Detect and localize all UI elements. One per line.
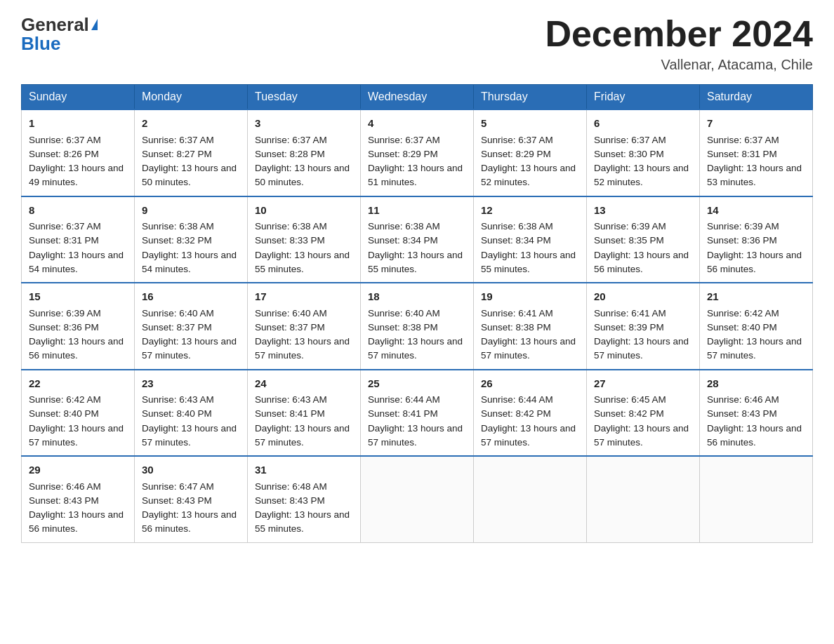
sunset-info: Sunset: 8:31 PM (29, 235, 99, 246)
calendar-cell: 17 Sunrise: 6:40 AM Sunset: 8:37 PM Dayl… (248, 283, 361, 370)
sunrise-info: Sunrise: 6:43 AM (255, 394, 327, 405)
location-subtitle: Vallenar, Atacama, Chile (545, 57, 813, 73)
sunrise-info: Sunrise: 6:41 AM (481, 308, 553, 318)
calendar-cell: 5 Sunrise: 6:37 AM Sunset: 8:29 PM Dayli… (474, 109, 587, 196)
sunset-info: Sunset: 8:27 PM (142, 149, 212, 159)
daylight-info: Daylight: 13 hours and 52 minutes. (594, 163, 689, 187)
sunrise-info: Sunrise: 6:39 AM (594, 221, 666, 232)
day-number: 11 (368, 203, 466, 219)
day-number: 9 (142, 203, 240, 219)
daylight-info: Daylight: 13 hours and 49 minutes. (29, 163, 124, 187)
day-number: 12 (481, 203, 579, 219)
calendar-cell (474, 456, 587, 542)
daylight-info: Daylight: 13 hours and 57 minutes. (255, 423, 350, 448)
sunset-info: Sunset: 8:33 PM (255, 235, 325, 246)
day-number: 14 (707, 203, 805, 219)
calendar-cell: 23 Sunrise: 6:43 AM Sunset: 8:40 PM Dayl… (135, 370, 248, 457)
day-number: 3 (255, 116, 353, 132)
day-number: 30 (142, 462, 240, 478)
daylight-info: Daylight: 13 hours and 56 minutes. (707, 250, 802, 274)
daylight-info: Daylight: 13 hours and 55 minutes. (481, 250, 576, 274)
calendar-cell: 15 Sunrise: 6:39 AM Sunset: 8:36 PM Dayl… (22, 283, 135, 370)
calendar-cell: 9 Sunrise: 6:38 AM Sunset: 8:32 PM Dayli… (135, 196, 248, 283)
sunset-info: Sunset: 8:40 PM (707, 322, 777, 333)
calendar-cell: 11 Sunrise: 6:38 AM Sunset: 8:34 PM Dayl… (361, 196, 474, 283)
daylight-info: Daylight: 13 hours and 57 minutes. (29, 423, 124, 448)
daylight-info: Daylight: 13 hours and 57 minutes. (142, 423, 237, 448)
title-area: December 2024 Vallenar, Atacama, Chile (545, 14, 813, 73)
sunset-info: Sunset: 8:35 PM (594, 235, 664, 246)
sunrise-info: Sunrise: 6:37 AM (707, 135, 779, 145)
sunrise-info: Sunrise: 6:41 AM (594, 308, 666, 318)
sunrise-info: Sunrise: 6:48 AM (255, 481, 327, 492)
calendar-cell (587, 456, 700, 542)
daylight-info: Daylight: 13 hours and 56 minutes. (707, 423, 802, 448)
daylight-info: Daylight: 13 hours and 57 minutes. (368, 423, 463, 448)
logo-blue: Blue (21, 33, 60, 55)
col-wednesday: Wednesday (361, 85, 474, 110)
calendar-cell: 8 Sunrise: 6:37 AM Sunset: 8:31 PM Dayli… (22, 196, 135, 283)
calendar-cell: 22 Sunrise: 6:42 AM Sunset: 8:40 PM Dayl… (22, 370, 135, 457)
sunrise-info: Sunrise: 6:46 AM (707, 394, 779, 405)
calendar-cell: 16 Sunrise: 6:40 AM Sunset: 8:37 PM Dayl… (135, 283, 248, 370)
calendar-week-row-2: 8 Sunrise: 6:37 AM Sunset: 8:31 PM Dayli… (22, 196, 813, 283)
sunrise-info: Sunrise: 6:40 AM (255, 308, 327, 318)
calendar-cell: 13 Sunrise: 6:39 AM Sunset: 8:35 PM Dayl… (587, 196, 700, 283)
sunset-info: Sunset: 8:37 PM (142, 322, 212, 333)
daylight-info: Daylight: 13 hours and 55 minutes. (255, 250, 350, 274)
sunset-info: Sunset: 8:38 PM (481, 322, 551, 333)
daylight-info: Daylight: 13 hours and 50 minutes. (142, 163, 237, 187)
col-sunday: Sunday (22, 85, 135, 110)
sunset-info: Sunset: 8:29 PM (481, 149, 551, 159)
sunset-info: Sunset: 8:38 PM (368, 322, 438, 333)
sunrise-info: Sunrise: 6:40 AM (142, 308, 214, 318)
sunset-info: Sunset: 8:30 PM (594, 149, 664, 159)
sunset-info: Sunset: 8:42 PM (481, 408, 551, 419)
daylight-info: Daylight: 13 hours and 56 minutes. (29, 509, 124, 534)
sunrise-info: Sunrise: 6:37 AM (594, 135, 666, 145)
sunrise-info: Sunrise: 6:39 AM (707, 221, 779, 232)
sunrise-info: Sunrise: 6:44 AM (481, 394, 553, 405)
calendar-cell: 12 Sunrise: 6:38 AM Sunset: 8:34 PM Dayl… (474, 196, 587, 283)
calendar-cell: 2 Sunrise: 6:37 AM Sunset: 8:27 PM Dayli… (135, 109, 248, 196)
daylight-info: Daylight: 13 hours and 55 minutes. (368, 250, 463, 274)
daylight-info: Daylight: 13 hours and 51 minutes. (368, 163, 463, 187)
daylight-info: Daylight: 13 hours and 54 minutes. (142, 250, 237, 274)
calendar-week-row-1: 1 Sunrise: 6:37 AM Sunset: 8:26 PM Dayli… (22, 109, 813, 196)
sunrise-info: Sunrise: 6:38 AM (142, 221, 214, 232)
sunset-info: Sunset: 8:28 PM (255, 149, 325, 159)
daylight-info: Daylight: 13 hours and 57 minutes. (481, 336, 576, 361)
sunset-info: Sunset: 8:26 PM (29, 149, 99, 159)
sunrise-info: Sunrise: 6:37 AM (29, 135, 101, 145)
sunrise-info: Sunrise: 6:37 AM (481, 135, 553, 145)
day-number: 15 (29, 289, 127, 305)
day-number: 17 (255, 289, 353, 305)
daylight-info: Daylight: 13 hours and 55 minutes. (255, 509, 350, 534)
calendar-table: Sunday Monday Tuesday Wednesday Thursday… (21, 84, 813, 543)
calendar-cell: 20 Sunrise: 6:41 AM Sunset: 8:39 PM Dayl… (587, 283, 700, 370)
day-number: 25 (368, 376, 466, 392)
sunrise-info: Sunrise: 6:42 AM (29, 394, 101, 405)
sunset-info: Sunset: 8:34 PM (481, 235, 551, 246)
day-number: 27 (594, 376, 692, 392)
sunrise-info: Sunrise: 6:38 AM (368, 221, 440, 232)
calendar-cell: 3 Sunrise: 6:37 AM Sunset: 8:28 PM Dayli… (248, 109, 361, 196)
sunrise-info: Sunrise: 6:37 AM (142, 135, 214, 145)
sunset-info: Sunset: 8:34 PM (368, 235, 438, 246)
calendar-week-row-3: 15 Sunrise: 6:39 AM Sunset: 8:36 PM Dayl… (22, 283, 813, 370)
sunset-info: Sunset: 8:37 PM (255, 322, 325, 333)
day-number: 24 (255, 376, 353, 392)
calendar-cell: 6 Sunrise: 6:37 AM Sunset: 8:30 PM Dayli… (587, 109, 700, 196)
sunrise-info: Sunrise: 6:46 AM (29, 481, 101, 492)
sunset-info: Sunset: 8:40 PM (29, 408, 99, 419)
sunrise-info: Sunrise: 6:39 AM (29, 308, 101, 318)
sunset-info: Sunset: 8:36 PM (707, 235, 777, 246)
day-number: 22 (29, 376, 127, 392)
sunrise-info: Sunrise: 6:45 AM (594, 394, 666, 405)
sunrise-info: Sunrise: 6:47 AM (142, 481, 214, 492)
calendar-cell: 27 Sunrise: 6:45 AM Sunset: 8:42 PM Dayl… (587, 370, 700, 457)
calendar-cell: 26 Sunrise: 6:44 AM Sunset: 8:42 PM Dayl… (474, 370, 587, 457)
sunset-info: Sunset: 8:41 PM (255, 408, 325, 419)
calendar-cell: 1 Sunrise: 6:37 AM Sunset: 8:26 PM Dayli… (22, 109, 135, 196)
calendar-cell: 28 Sunrise: 6:46 AM Sunset: 8:43 PM Dayl… (700, 370, 813, 457)
